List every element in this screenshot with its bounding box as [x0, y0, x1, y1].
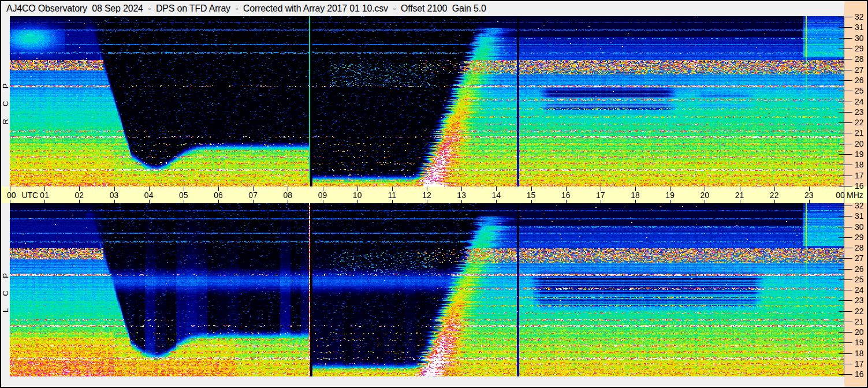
freq-tick: [839, 227, 852, 227]
freq-tick: [839, 269, 852, 270]
freq-tick: [839, 186, 852, 186]
freq-label: 18: [855, 349, 867, 358]
freq-label: 20: [855, 139, 867, 148]
freq-label: 16: [855, 181, 867, 191]
hour-tick: [461, 200, 462, 204]
hour-label: 22: [770, 191, 779, 200]
freq-label: 17: [855, 171, 867, 180]
freq-label: 28: [855, 54, 867, 64]
hour-tick: [774, 200, 775, 204]
freq-label: 25: [855, 275, 867, 284]
frequency-axis-line: [844, 16, 844, 376]
spectrogram-window: AJ4CO Observatory 08 Sep 2024 - DPS on T…: [0, 0, 868, 388]
hour-tick: [253, 200, 254, 204]
freq-label: 23: [855, 296, 867, 305]
freq-tick: [839, 206, 852, 206]
hour-tick: [10, 186, 10, 191]
freq-label: 21: [855, 128, 867, 137]
freq-label: 17: [855, 359, 867, 368]
hour-label: 01: [40, 191, 49, 200]
freq-tick: [839, 364, 852, 364]
freq-tick: [839, 17, 852, 17]
rcp-spectrogram: [10, 16, 844, 186]
freq-tick: [839, 374, 852, 375]
freq-label: 27: [855, 65, 867, 74]
hour-label: 16: [561, 191, 571, 200]
frequency-unit-label: MHz: [847, 191, 863, 200]
hour-tick: [323, 200, 323, 204]
freq-tick: [839, 237, 852, 238]
freq-tick: [839, 248, 852, 248]
freq-tick: [839, 216, 852, 217]
freq-tick: [839, 70, 852, 70]
hour-label: 02: [75, 191, 84, 200]
hour-label: 21: [735, 191, 744, 200]
window-body: AJ4CO Observatory 08 Sep 2024 - DPS on T…: [1, 1, 867, 387]
hour-tick: [392, 200, 393, 204]
freq-label: 22: [855, 118, 867, 127]
freq-label: 29: [855, 233, 867, 242]
hour-tick: [149, 200, 150, 204]
hour-tick: [288, 200, 288, 204]
title-bar: AJ4CO Observatory 08 Sep 2024 - DPS on T…: [6, 3, 486, 14]
hour-label: 15: [527, 191, 536, 200]
lcp-panel-label: L C P: [1, 247, 10, 334]
hour-tick: [114, 200, 115, 204]
freq-tick: [839, 279, 852, 280]
freq-tick: [839, 176, 852, 176]
freq-tick: [839, 258, 852, 259]
hour-label: 20: [701, 191, 710, 200]
freq-tick: [839, 91, 852, 91]
hour-label: 03: [110, 191, 119, 200]
freq-tick: [839, 38, 852, 39]
hour-tick: [531, 200, 532, 204]
freq-label: 24: [855, 285, 867, 294]
freq-label: 21: [855, 317, 867, 326]
hour-tick: [844, 186, 844, 191]
freq-tick: [839, 332, 852, 333]
hour-label: 17: [596, 191, 605, 200]
hour-label: 09: [318, 191, 327, 200]
freq-label: 30: [855, 33, 867, 43]
hour-tick: [79, 200, 80, 204]
hour-tick: [184, 200, 184, 204]
freq-label: 28: [855, 243, 867, 252]
freq-label: 26: [855, 76, 867, 85]
freq-label: 22: [855, 307, 867, 316]
hour-tick: [809, 200, 810, 204]
freq-tick: [839, 154, 852, 155]
freq-tick: [839, 112, 852, 113]
rcp-panel-label: R C P: [1, 58, 10, 145]
hour-label: 12: [422, 191, 431, 200]
freq-label: 27: [855, 253, 867, 263]
hour-label: 23: [804, 191, 814, 200]
hour-tick: [357, 200, 358, 204]
freq-label: 31: [855, 211, 867, 221]
hour-tick: [427, 200, 427, 204]
hour-tick: [10, 200, 10, 204]
hour-label: 05: [179, 191, 188, 200]
hour-tick: [601, 200, 601, 204]
freq-label: 32: [855, 12, 867, 21]
freq-tick: [839, 300, 852, 301]
freq-label: 29: [855, 44, 867, 53]
freq-tick: [839, 342, 852, 343]
time-axis-start-label: 00 UTC: [7, 191, 38, 200]
freq-tick: [839, 102, 852, 102]
hour-tick: [496, 200, 497, 204]
hour-label: 10: [353, 191, 362, 200]
freq-tick: [839, 59, 852, 59]
freq-tick: [839, 133, 852, 133]
freq-tick: [839, 144, 852, 144]
hour-tick: [740, 200, 740, 204]
freq-label: 24: [855, 97, 867, 106]
freq-tick: [839, 48, 852, 49]
hour-tick: [670, 200, 670, 204]
freq-tick: [839, 322, 852, 322]
hour-label: 14: [492, 191, 501, 200]
hour-label: 06: [214, 191, 223, 200]
hour-label: 08: [284, 191, 293, 200]
freq-tick: [839, 353, 852, 354]
freq-tick: [839, 165, 852, 165]
freq-tick: [839, 290, 852, 290]
